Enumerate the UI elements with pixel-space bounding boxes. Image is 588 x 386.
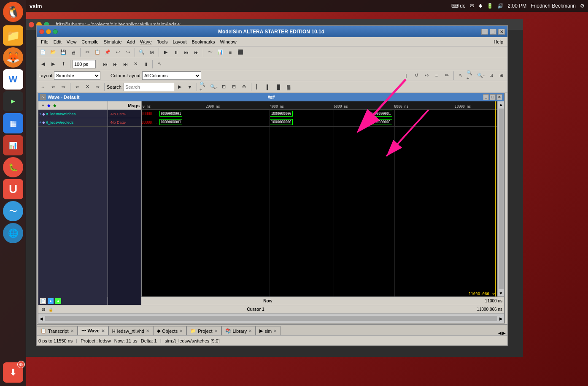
wave-disp4[interactable]: ▓ [284, 82, 293, 92]
tab-close-transcript[interactable]: ✕ [70, 329, 74, 333]
wave-tb3[interactable]: ⇨ [59, 82, 68, 92]
run-btn[interactable]: ▶ [161, 48, 170, 57]
menu-bookmarks[interactable]: Bookmarks [189, 38, 218, 45]
signal-row-switches[interactable]: + ◆ /t_ledsw/switches [38, 110, 108, 118]
fit-btn[interactable]: ⊡ [486, 71, 496, 80]
tab-close-wave[interactable]: ✕ [101, 329, 105, 333]
bug-icon[interactable]: 🐛 [3, 157, 23, 177]
menu-file[interactable]: File [38, 38, 51, 45]
wave-disp2[interactable]: ▌ [264, 82, 273, 92]
wave-blue-btn[interactable]: ◆ [46, 103, 52, 109]
menu-view[interactable]: View [64, 38, 79, 45]
wave-hscrollbar[interactable]: ◀ ▶ [38, 314, 504, 323]
zoom-fit2[interactable]: ⊡ [219, 82, 229, 92]
win-minimize-btn[interactable]: _ [481, 29, 488, 35]
stop-btn[interactable]: ⏸ [171, 48, 181, 57]
redo-btn[interactable]: ↪ [123, 48, 132, 57]
menu-wave[interactable]: Wave [138, 38, 154, 45]
copy-btn[interactable]: 📋 [93, 48, 102, 57]
cursor-icon1[interactable]: 🖼 [40, 307, 46, 313]
zoom-out-btn[interactable]: 🔍- [476, 71, 486, 80]
wave-disp3[interactable]: █ [274, 82, 283, 92]
tab-close-project[interactable]: ✕ [214, 329, 218, 333]
wave-tb4[interactable]: ⇦ [73, 82, 82, 92]
scroll-left-btn[interactable]: ◀ [38, 316, 44, 321]
break-btn[interactable]: ✕ [131, 60, 140, 69]
signals-btn[interactable]: 📊 [216, 48, 225, 57]
menu-simulate[interactable]: Simulate [101, 38, 124, 45]
wave-tb1[interactable]: ↔ [38, 82, 48, 92]
open-btn[interactable]: 📂 [49, 48, 58, 57]
restart-btn[interactable]: ⏮ [181, 48, 191, 57]
tab-close-sim[interactable]: ✕ [273, 329, 277, 333]
calc-icon[interactable]: ▦ [3, 113, 23, 133]
col-btn2[interactable]: ↺ [412, 71, 421, 80]
layout-select[interactable]: Simulate [54, 71, 100, 80]
now-icon2[interactable]: ● [48, 298, 54, 304]
col-btn4[interactable]: = [432, 71, 441, 80]
save-btn[interactable]: 💾 [59, 48, 68, 57]
step-back-btn[interactable]: ⏮ [100, 60, 110, 69]
tab-scroll-left[interactable]: ◀ [498, 331, 502, 335]
waveform-icon[interactable]: 〜 [3, 201, 23, 221]
zoom-sel2[interactable]: ⊞ [229, 82, 239, 92]
col-btn3[interactable]: ⇔ [422, 71, 431, 80]
menu-compile[interactable]: Compile [79, 38, 101, 45]
minimize-button[interactable] [46, 29, 51, 34]
wave-maximize[interactable]: □ [490, 94, 496, 100]
tab-objects[interactable]: ◆ Objects ✕ [153, 326, 186, 335]
wave-tb2[interactable]: ⇦ [49, 82, 58, 92]
undo-btn[interactable]: ↩ [113, 48, 122, 57]
ubuntu-icon[interactable]: 🐧 [3, 2, 23, 22]
tab-close-objects[interactable]: ✕ [179, 329, 183, 333]
base-icon[interactable]: 📊 [3, 135, 23, 155]
scroll-down-btn[interactable]: ▼ [498, 290, 504, 296]
back-btn[interactable]: ◀ [38, 60, 48, 69]
close-dot[interactable] [29, 22, 34, 27]
zoom-cur[interactable]: ⊛ [240, 82, 249, 92]
schematic-btn[interactable]: ⬛ [236, 48, 245, 57]
cursor-btn[interactable]: ↖ [155, 60, 164, 69]
fwd-btn[interactable]: ▶ [49, 60, 58, 69]
pause-btn[interactable]: ⏸ [141, 60, 150, 69]
list-btn[interactable]: ≡ [226, 48, 235, 57]
wave-minimize[interactable]: _ [483, 94, 489, 100]
menu-add[interactable]: Add [124, 38, 138, 45]
print-btn[interactable]: 🖨 [69, 48, 78, 57]
wave-close[interactable]: ✕ [496, 94, 502, 100]
signal-row-redleds[interactable]: + ◆ /t_ledsw/redleds [38, 118, 108, 127]
hscroll-thumb[interactable] [45, 316, 497, 321]
wave-scrollbar-v[interactable]: ▲ ▼ [497, 101, 504, 296]
wave-add-btn[interactable]: + [40, 103, 46, 109]
zoom-out2[interactable]: 🔍- [209, 82, 218, 92]
step2-btn[interactable]: ⏭ [121, 60, 130, 69]
terminal-icon[interactable]: ► [3, 91, 23, 111]
paste-btn[interactable]: 📌 [103, 48, 112, 57]
new-btn[interactable]: 📄 [38, 48, 48, 57]
col-btn5[interactable]: ✏ [442, 71, 451, 80]
compile-all-btn[interactable]: M [147, 48, 156, 57]
search-opts[interactable]: ▼ [185, 82, 194, 92]
time-input[interactable] [73, 60, 96, 68]
tab-ledsw-rtl[interactable]: H ledsw_rtl.vhd ✕ [108, 326, 153, 335]
column-layout-select[interactable]: AllColumns [142, 71, 201, 80]
menu-help[interactable]: Help [491, 38, 506, 45]
tab-close-ledsw[interactable]: ✕ [146, 329, 149, 333]
wave-tb5[interactable]: ✕ [83, 82, 92, 92]
wireshark-icon[interactable]: 🌐 [3, 223, 23, 243]
step-btn[interactable]: ⏭ [192, 48, 201, 57]
scroll-thumb[interactable] [499, 109, 504, 289]
files-icon[interactable]: 📁 [3, 25, 23, 46]
cursor-mode-btn[interactable]: ↖ [456, 71, 465, 80]
firefox-icon[interactable]: 🦊 [3, 47, 23, 68]
close-button[interactable] [39, 29, 44, 34]
menu-edit[interactable]: Edit [51, 38, 64, 45]
zoom-in-btn[interactable]: 🔍+ [466, 71, 475, 80]
wave-green-btn[interactable]: ◆ [52, 103, 58, 109]
col-btn1[interactable]: | [402, 71, 411, 80]
menu-layout[interactable]: Layout [170, 38, 189, 45]
search-input[interactable] [124, 83, 174, 91]
step-fwd-btn[interactable]: ⏭ [111, 60, 120, 69]
downloads-icon[interactable]: ⬇ 99 [3, 362, 23, 383]
tab-scroll-right[interactable]: ▶ [502, 331, 506, 335]
